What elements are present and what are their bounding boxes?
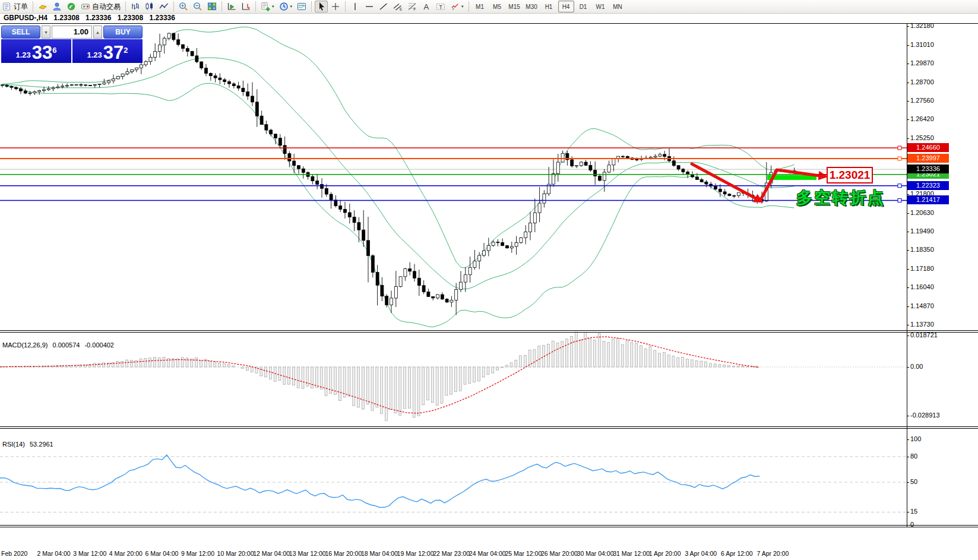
date-label: 1 Apr 20:00 [649,550,681,557]
text-icon: A [422,2,431,11]
zoom-in-button[interactable] [177,1,190,12]
pane-separator[interactable] [0,527,978,527]
vertical-line-button[interactable] [349,1,362,12]
timeframe-w1-button[interactable]: W1 [593,1,609,12]
equidistant-channel-button[interactable]: E [391,1,404,12]
level-price-box: 1.23997 [907,154,949,163]
candlestick-chart-button[interactable] [143,1,156,12]
date-label: 6 Apr 12:00 [721,550,753,557]
autotrading-button[interactable]: 自动交易 [79,1,122,12]
buy-price-pip: 2 [124,48,128,53]
symbol-period-label: GBPUSD-,H4 [4,14,48,22]
dropdown-arrow-icon[interactable]: ▾ [290,4,293,9]
axis-tick-mark [907,45,909,46]
toolbar: 订单自动交易▾▾EFAT▾M1M5M15M30H1H4D1W1MN [0,0,978,14]
dropdown-arrow-icon[interactable]: ▾ [461,4,464,9]
auto-scroll-button[interactable] [225,1,238,12]
tiles-icon [207,2,217,11]
chart-shift-button[interactable] [239,1,252,12]
volume-increase-button[interactable]: ▲ [93,26,102,39]
toolbar-separator [33,1,33,12]
timeframe-h1-button[interactable]: H1 [541,1,557,12]
signal-icon [67,2,76,11]
sell-button[interactable]: SELL [1,26,40,39]
one-click-trading-panel: SELL ▼ 1.00 ▲ BUY 1.23 33 6 1.23 37 2 [1,26,143,63]
axis-tick-mark [907,439,909,440]
timeframe-m15-button[interactable]: M15 [507,1,523,12]
date-label: 3 Apr 04:00 [685,550,717,557]
axis-tick-mark [907,325,909,325]
bar-chart-button[interactable] [129,1,142,12]
date-label: 2 Mar 04:00 [37,550,71,557]
trendline-button[interactable] [377,1,390,12]
date-label: 7 Apr 20:00 [757,550,789,557]
autoscroll-icon [227,2,236,11]
indicators-button[interactable]: ▾ [259,1,276,12]
timeframe-d1-button[interactable]: D1 [575,1,591,12]
timeframe-mn-button[interactable]: MN [610,1,626,12]
pane-separator[interactable] [0,428,978,429]
crosshair-button[interactable] [329,1,342,12]
text-label-button[interactable]: T [434,1,447,12]
label-icon: T [436,2,445,11]
volume-decrease-button[interactable]: ▼ [42,26,50,39]
level-price-box: 1.21417 [907,195,949,204]
level-price-box: 1.23021 [907,170,949,179]
pane-separator[interactable] [0,332,978,333]
text-button[interactable]: A [420,1,433,12]
axis-tick-mark [907,250,909,251]
pane-separator[interactable] [0,426,978,427]
trend-icon [379,2,388,11]
axis-tick-mark [907,306,909,307]
rsi-scale-label: 50 [910,478,917,485]
periods-button[interactable]: ▾ [277,1,295,12]
axis-tick-mark [907,336,909,336]
axis-border-line [907,24,907,527]
cursor-button[interactable] [315,1,328,12]
callout-connector-line [816,174,827,175]
sell-price-button[interactable]: 1.23 33 6 [1,39,71,63]
macd-label: MACD(12,26,9) 0.000574 -0.000402 [2,341,117,349]
horizontal-line-button[interactable] [363,1,376,12]
date-label: 30 Mar 04:00 [577,550,614,557]
svg-text:T: T [439,4,443,10]
new-order-button-label: 订单 [14,2,28,12]
turning-point-annotation[interactable]: 多空转折点 [796,187,885,208]
axis-tick-mark [907,512,909,512]
timeframe-h4-button[interactable]: H4 [558,1,574,12]
new-order-button[interactable]: 订单 [1,1,30,12]
triangle-up-icon: ▲ [96,30,100,34]
sell-price-prefix: 1.23 [15,49,30,61]
timeframe-m1-button[interactable]: M1 [472,1,488,12]
tile-windows-button[interactable] [205,1,219,12]
price-callout-label[interactable]: 1.23021 [827,167,873,183]
buy-button[interactable]: BUY [103,26,143,39]
arrows-icon [450,2,460,11]
person-icon [52,2,62,11]
zoom-out-button[interactable] [191,1,204,12]
current-price-box: 1.23336 [907,164,949,173]
arrows-button[interactable]: ▾ [448,1,466,12]
cursor-icon [316,2,326,11]
pane-separator[interactable] [0,525,978,526]
indicators-icon [261,2,270,11]
timeframe-m30-button[interactable]: M30 [524,1,540,12]
templates-button[interactable] [295,1,308,12]
rsi-pane-canvas[interactable] [0,429,907,529]
timeframe-m5-button[interactable]: M5 [489,1,505,12]
fibonacci-button[interactable]: F [406,1,419,12]
line-chart-button[interactable] [157,1,170,12]
buy-price-button[interactable]: 1.23 37 2 [72,39,143,63]
volume-input[interactable]: 1.00 [52,26,92,39]
macd-pane-canvas[interactable] [0,331,907,426]
date-label: 16 Mar 20:00 [325,550,362,557]
price-tick-label: 1.27560 [910,97,934,104]
metaeditor-button[interactable] [36,1,49,12]
community-button[interactable] [50,1,64,12]
rsi-scale-label: 80 [910,453,917,460]
quote-close: 1.23336 [150,14,175,22]
signals-button[interactable] [65,1,78,12]
dropdown-arrow-icon[interactable]: ▾ [272,4,274,9]
main-chart-canvas[interactable] [0,24,907,330]
pane-separator[interactable] [0,330,978,331]
